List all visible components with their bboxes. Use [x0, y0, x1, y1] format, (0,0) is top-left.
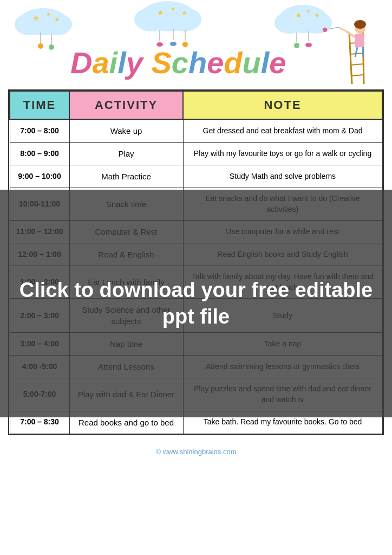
- svg-text:★: ★: [46, 11, 51, 17]
- cell-activity: Wake up: [69, 119, 183, 143]
- svg-text:Daily
       Schedule: Daily Schedule: [70, 46, 286, 80]
- svg-text:★: ★: [314, 11, 320, 19]
- svg-text:★: ★: [295, 11, 302, 20]
- svg-text:★: ★: [181, 9, 187, 17]
- cell-activity: Play: [69, 143, 183, 165]
- col-header-time: TIME: [10, 91, 69, 119]
- col-header-activity: ACTIVITY: [69, 91, 183, 119]
- header-decoration: ★ ★ ★ ★ ★ ★ ★ ★ ★ Daily: [0, 0, 392, 87]
- cell-note: Play with my favourite toys or go for a …: [183, 143, 382, 165]
- cell-activity: Math Practice: [69, 165, 183, 188]
- footer-link-text[interactable]: © www.shiningbrains.com: [155, 448, 236, 456]
- table-row: 7:00 – 8:00Wake upGet dressed and eat br…: [10, 119, 382, 143]
- svg-text:★: ★: [157, 8, 164, 17]
- svg-point-31: [305, 43, 312, 47]
- table-row: 8:00 – 9:00PlayPlay with my favourite to…: [10, 143, 382, 165]
- cell-note: Study Math and solve problems: [183, 165, 382, 188]
- svg-text:★: ★: [54, 16, 60, 23]
- cell-time: 7:00 – 8:00: [10, 119, 69, 143]
- col-header-note: NOTE: [183, 91, 382, 119]
- svg-line-38: [351, 75, 363, 76]
- svg-point-29: [294, 43, 299, 48]
- svg-point-40: [354, 20, 366, 29]
- svg-point-9: [49, 44, 54, 50]
- svg-point-1: [15, 14, 45, 35]
- svg-line-37: [350, 64, 363, 65]
- svg-rect-41: [355, 34, 364, 47]
- svg-text:★: ★: [306, 8, 311, 14]
- svg-text:★: ★: [171, 6, 175, 12]
- overlay-text: Click to download your free editable ppt…: [0, 266, 392, 341]
- table-row: 9:00 – 10:00Math PracticeStudy Math and …: [10, 165, 382, 188]
- svg-point-7: [38, 43, 43, 49]
- svg-line-44: [363, 47, 363, 57]
- svg-line-43: [355, 47, 357, 57]
- cell-note: Get dressed and eat breakfast with mom &…: [183, 119, 382, 143]
- svg-text:★: ★: [32, 14, 40, 22]
- download-overlay[interactable]: Click to download your free editable ppt…: [0, 190, 392, 417]
- svg-line-42: [347, 31, 355, 37]
- svg-point-47: [323, 28, 327, 32]
- cell-time: 8:00 – 9:00: [10, 143, 69, 165]
- cell-time: 9:00 – 10:00: [10, 165, 69, 188]
- footer: © www.shiningbrains.com: [0, 443, 392, 460]
- svg-line-45: [338, 27, 347, 31]
- header-svg: ★ ★ ★ ★ ★ ★ ★ ★ ★ Daily: [0, 0, 392, 87]
